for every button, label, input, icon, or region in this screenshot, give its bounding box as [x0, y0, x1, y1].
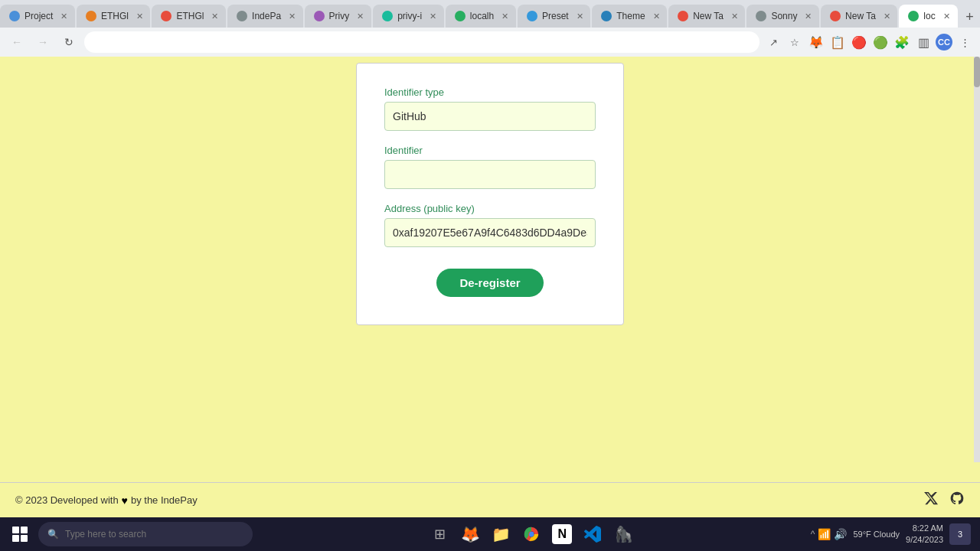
profile-icon[interactable]: CC — [936, 34, 952, 51]
tab-label-preset: Preset — [542, 11, 569, 21]
tab-close-privy[interactable]: ✕ — [357, 11, 364, 21]
tab-icon-preset — [527, 11, 537, 21]
tab-close-preset[interactable]: ✕ — [577, 11, 583, 21]
tab-project[interactable]: Project ✕ — [0, 5, 75, 28]
tab-icon-project — [9, 11, 20, 21]
tab-close-sonny[interactable]: ✕ — [805, 11, 812, 21]
start-icon — [12, 527, 28, 542]
taskbar-right: ^ 📶 🔊 59°F Cloudy 8:22 AM 9/24/2023 3 — [811, 523, 977, 546]
tab-label-privy: Privy — [329, 11, 350, 21]
ext-icon-4[interactable]: 🟢 — [871, 33, 890, 51]
tab-close-indepa[interactable]: ✕ — [289, 11, 296, 21]
tray-chevron[interactable]: ^ — [811, 529, 815, 540]
tab-label-sonny: Sonny — [771, 11, 797, 21]
weather-condition: Cloudy — [874, 530, 900, 539]
forward-button[interactable]: → — [32, 31, 54, 53]
notification-button[interactable]: 3 — [949, 523, 971, 545]
footer-left: © 2023 Developed with ♥ by the IndePay — [15, 494, 198, 507]
taskbar-app-taskview[interactable]: ⊞ — [426, 520, 453, 548]
browser-chrome: Project ✕ ETHGl ✕ ETHGl ✕ IndePa ✕ Privy… — [0, 0, 980, 57]
share-icon[interactable]: ↗ — [764, 33, 782, 51]
identifier-input[interactable] — [384, 160, 596, 189]
tab-label-ethgl-1: ETHGl — [101, 11, 129, 21]
address-input[interactable] — [384, 218, 596, 247]
tab-indepa[interactable]: IndePa ✕ — [227, 5, 303, 28]
taskbar-app-gorilla[interactable]: 🦍 — [609, 520, 637, 548]
clock-time: 8:22 AM — [906, 523, 943, 534]
tab-icon-privy — [314, 11, 325, 21]
ext-icon-5[interactable]: 🧩 — [893, 33, 911, 51]
tab-ethgl-1[interactable]: ETHGl ✕ — [77, 5, 151, 28]
notification-count: 3 — [958, 530, 962, 539]
tab-label-loc-active: loc — [923, 11, 935, 21]
tab-icon-ethgl-2 — [161, 11, 172, 21]
tab-label-newta-2: New Ta — [845, 11, 876, 21]
back-button[interactable]: ← — [6, 31, 28, 53]
tab-preset[interactable]: Preset ✕ — [518, 5, 590, 28]
address-bar-input[interactable]: http://localhost:3001 — [84, 31, 760, 53]
tab-label-privy-i: privy-i — [397, 11, 422, 21]
new-tab-button[interactable]: + — [959, 6, 980, 28]
scroll-thumb[interactable] — [974, 57, 980, 87]
tab-loc-active[interactable]: loc ✕ — [899, 5, 958, 28]
tab-label-theme: Theme — [616, 11, 645, 21]
identifier-field-group: Identifier — [384, 145, 596, 189]
tab-close-ethgl-1[interactable]: ✕ — [136, 11, 143, 21]
tab-icon-indepa — [237, 11, 247, 21]
volume-icon[interactable]: 🔊 — [834, 528, 847, 540]
chrome-icon — [521, 524, 541, 544]
identifier-type-input[interactable] — [384, 102, 596, 131]
explorer-icon: 📁 — [491, 524, 511, 544]
start-button[interactable] — [3, 517, 37, 551]
taskbar-app-notion[interactable]: N — [548, 520, 576, 548]
tab-privy-i[interactable]: privy-i ✕ — [373, 5, 444, 28]
tab-close-localh[interactable]: ✕ — [501, 11, 508, 21]
tab-close-privy-i[interactable]: ✕ — [430, 11, 436, 21]
taskbar-app-explorer[interactable]: 📁 — [487, 520, 514, 548]
tab-ethgl-2[interactable]: ETHGl ✕ — [152, 5, 226, 28]
tab-icon-theme — [601, 11, 612, 21]
tab-close-newta-1[interactable]: ✕ — [731, 11, 738, 21]
page-content: Identifier type Identifier Address (publ… — [0, 57, 980, 482]
taskbar-app-chrome[interactable] — [518, 520, 545, 548]
taskbar-search-input[interactable] — [65, 529, 243, 540]
tab-icon-ethgl-1 — [86, 11, 96, 21]
network-icon: 📶 — [818, 528, 831, 540]
tab-icon-newta-1 — [678, 11, 688, 21]
tab-icon-localh — [455, 11, 466, 21]
menu-icon[interactable]: ⋮ — [956, 33, 974, 51]
taskbar: 🔍 ⊞ 🦊 📁 N 🦍 ^ — [0, 517, 980, 551]
tab-icon-loc-active — [908, 11, 919, 21]
footer-copyright: © 2023 Developed with — [15, 494, 119, 506]
tab-localh[interactable]: localh ✕ — [446, 5, 516, 28]
taskbar-app-vscode[interactable] — [579, 520, 606, 548]
footer-icons — [923, 491, 965, 510]
sidebar-icon[interactable]: ▥ — [914, 33, 933, 51]
ext-icon-2[interactable]: 📋 — [828, 33, 847, 51]
address-bar-row: ← → ↻ http://localhost:3001 ↗ ☆ 🦊 📋 🔴 🟢 … — [0, 28, 980, 57]
reload-button[interactable]: ↻ — [58, 31, 80, 53]
bookmark-icon[interactable]: ☆ — [786, 33, 804, 51]
tab-close-ethgl-2[interactable]: ✕ — [211, 11, 218, 21]
twitter-icon[interactable] — [923, 491, 939, 510]
tab-close-project[interactable]: ✕ — [60, 11, 67, 21]
github-icon[interactable] — [949, 491, 965, 510]
tab-newta-1[interactable]: New Ta ✕ — [668, 5, 745, 28]
tab-newta-2[interactable]: New Ta ✕ — [821, 5, 897, 28]
scroll-track[interactable] — [974, 57, 980, 462]
clock-date: 9/24/2023 — [906, 534, 943, 546]
taskbar-apps: ⊞ 🦊 📁 N 🦍 — [254, 520, 809, 548]
taskbar-app-firefox[interactable]: 🦊 — [456, 520, 484, 548]
taskbar-search-bar[interactable]: 🔍 — [38, 522, 253, 546]
tab-close-loc-active[interactable]: ✕ — [943, 11, 950, 21]
ext-icon-3[interactable]: 🔴 — [850, 33, 868, 51]
tab-sonny[interactable]: Sonny ✕ — [746, 5, 819, 28]
tab-theme[interactable]: Theme ✕ — [592, 5, 667, 28]
clock-display[interactable]: 8:22 AM 9/24/2023 — [906, 523, 943, 546]
tab-close-theme[interactable]: ✕ — [653, 11, 660, 21]
page-footer: © 2023 Developed with ♥ by the IndePay — [0, 482, 980, 517]
tab-close-newta-2[interactable]: ✕ — [884, 11, 890, 21]
ext-icon-1[interactable]: 🦊 — [807, 33, 825, 51]
deregister-button[interactable]: De-register — [436, 269, 543, 297]
tab-privy[interactable]: Privy ✕ — [305, 5, 372, 28]
